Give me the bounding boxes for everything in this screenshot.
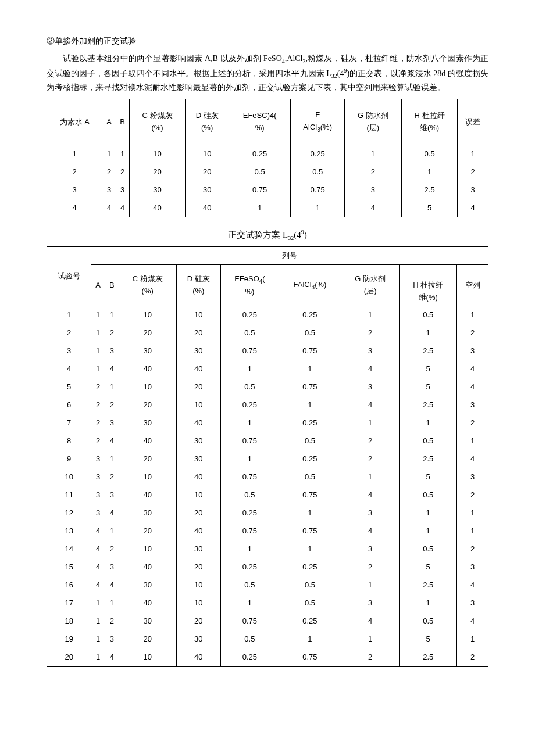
cell: 40 xyxy=(186,199,229,217)
table-row: 1711401010.5313 xyxy=(47,594,488,612)
cell: 40 xyxy=(176,522,220,540)
sub: 32 xyxy=(331,73,337,80)
cell: 0.75 xyxy=(279,342,341,360)
col-header: H 杜拉纤维(%) xyxy=(401,99,458,145)
cell: 1 xyxy=(220,414,279,432)
cell: 20 xyxy=(119,396,176,414)
para-part1: 试验以基本组分中的两个显著影响因素 A,B 以及外加剂 FeSO xyxy=(63,54,282,63)
table-row: 144210301130.52 xyxy=(47,540,488,558)
cell: 2 xyxy=(457,648,488,667)
cell: 1 xyxy=(279,504,341,522)
table-row: 11110100.250.2510.51 xyxy=(47,306,488,324)
cell: 2.5 xyxy=(400,576,457,594)
caption-text3: ) xyxy=(304,230,307,239)
cell: 0.5 xyxy=(220,486,279,504)
table-row: 134120400.750.75411 xyxy=(47,522,488,540)
cell: 1 xyxy=(341,576,400,594)
table-row: 82440300.750.520.51 xyxy=(47,432,488,450)
cell: 0.25 xyxy=(220,306,279,324)
cell: 2 xyxy=(458,163,488,181)
cell: 1 xyxy=(400,414,457,432)
cell: 2 xyxy=(457,414,488,432)
cell: 2 xyxy=(102,163,116,181)
cell: 10 xyxy=(119,468,176,486)
cell: 10 xyxy=(119,378,176,396)
cell: 10 xyxy=(119,306,176,324)
cell: 0.75 xyxy=(279,522,341,540)
cell: 0.75 xyxy=(279,486,341,504)
cell: 1 xyxy=(341,468,400,486)
cell: 20 xyxy=(176,324,220,342)
caption-text: 正交试验方案 L xyxy=(228,230,288,239)
cell: 5 xyxy=(400,378,457,396)
cell: 2 xyxy=(105,612,119,630)
cell: 2 xyxy=(47,324,91,342)
table-top-header-row: 试验号 列号 xyxy=(47,247,488,265)
cell: 40 xyxy=(176,414,220,432)
cell: 0.5 xyxy=(220,576,279,594)
cell: 2 xyxy=(344,163,401,181)
caption-text2: (4 xyxy=(294,230,301,239)
cell: 40 xyxy=(119,360,176,378)
table-row: 103210400.750.5153 xyxy=(47,468,488,486)
cell: 1 xyxy=(279,396,341,414)
cell: 40 xyxy=(119,558,176,576)
cell: 4 xyxy=(341,360,400,378)
cell: 0.5 xyxy=(400,486,457,504)
cell: 1 xyxy=(47,145,102,163)
cell: 0.25 xyxy=(279,612,341,630)
cell: 5 xyxy=(47,378,91,396)
cell: 3 xyxy=(341,504,400,522)
cell: 3 xyxy=(105,558,119,576)
factor-level-table: 为素水 A A B C 粉煤灰(%) D 硅灰(%) EFeSC)4(%) FA… xyxy=(47,99,488,217)
cell: 4 xyxy=(91,522,105,540)
table-row: 201410400.250.7522.52 xyxy=(47,648,488,667)
cell: 30 xyxy=(119,576,176,594)
cell: 3 xyxy=(457,396,488,414)
cell: 4 xyxy=(105,432,119,450)
table-row: 21220200.50.5212 xyxy=(47,324,488,342)
cell: 1 xyxy=(105,594,119,612)
table-row: 164430100.50.512.54 xyxy=(47,576,488,594)
cell: 9 xyxy=(47,450,91,468)
cell: 3 xyxy=(91,486,105,504)
cell: 3 xyxy=(458,181,488,199)
cell: 1 xyxy=(344,145,401,163)
cell: 4 xyxy=(344,199,401,217)
cell: 2 xyxy=(105,324,119,342)
table-row: 154340200.250.25253 xyxy=(47,558,488,576)
cell: 20 xyxy=(176,558,220,576)
table-row: 52110200.50.75354 xyxy=(47,378,488,396)
cell: 2 xyxy=(341,558,400,576)
cell: 1 xyxy=(229,199,290,217)
cell: 20 xyxy=(119,324,176,342)
cell: 5 xyxy=(401,199,458,217)
cell: 0.5 xyxy=(279,324,341,342)
cell: 3 xyxy=(341,342,400,360)
cell: 40 xyxy=(176,648,220,667)
cell: 11 xyxy=(47,486,91,504)
cell: 3 xyxy=(47,181,102,199)
section-heading: ②单掺外加剂的正交试验 xyxy=(47,35,488,48)
cell: 2 xyxy=(105,468,119,486)
cell: 20 xyxy=(47,648,91,667)
cell: 0.5 xyxy=(279,468,341,486)
cell: 30 xyxy=(176,432,220,450)
cell: 2 xyxy=(457,486,488,504)
cell: 1 xyxy=(400,522,457,540)
cell: 0.5 xyxy=(279,594,341,612)
cell: 3 xyxy=(47,342,91,360)
cell: 0.75 xyxy=(220,468,279,486)
col-header: EFeSO4(%) xyxy=(220,265,279,306)
cell: 5 xyxy=(400,630,457,648)
cell: 30 xyxy=(176,630,220,648)
cell: 40 xyxy=(119,486,176,504)
cell: 4 xyxy=(457,450,488,468)
cell: 0.5 xyxy=(229,163,290,181)
cell: 10 xyxy=(176,486,220,504)
cell: 20 xyxy=(119,450,176,468)
cell: 1 xyxy=(105,522,119,540)
cell: 2 xyxy=(47,163,102,181)
cell: 0.75 xyxy=(279,648,341,667)
cell: 0.75 xyxy=(279,378,341,396)
